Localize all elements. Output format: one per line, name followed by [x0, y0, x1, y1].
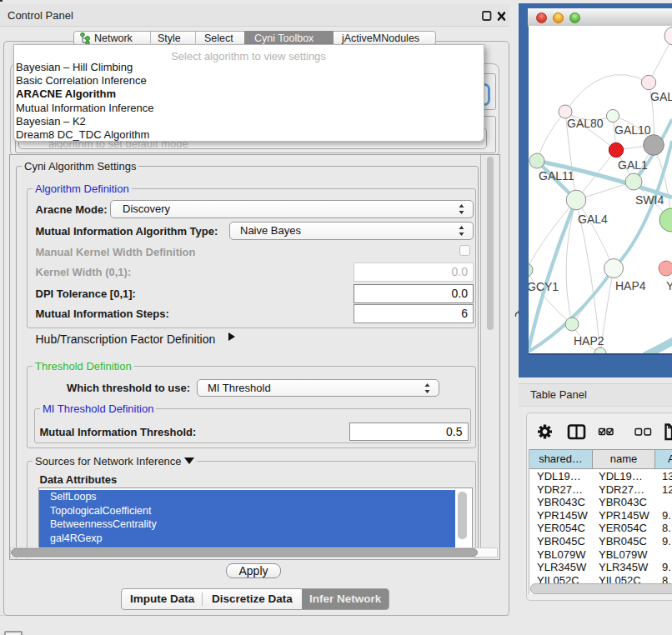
svg-text:GAL80: GAL80: [567, 117, 604, 130]
svg-text:GAL2: GAL2: [650, 90, 672, 103]
svg-text:GAL10: GAL10: [614, 123, 651, 137]
svg-text:YEL: YEL: [666, 279, 672, 292]
svg-text:GAL1: GAL1: [618, 158, 648, 172]
svg-text:HAP4: HAP4: [615, 279, 646, 292]
svg-text:GAL11: GAL11: [539, 169, 574, 182]
svg-text:HAP2: HAP2: [574, 334, 604, 348]
svg-text:GCY1: GCY1: [529, 280, 559, 293]
svg-text:GAL4: GAL4: [578, 212, 608, 226]
svg-text:SWI4: SWI4: [635, 193, 664, 207]
